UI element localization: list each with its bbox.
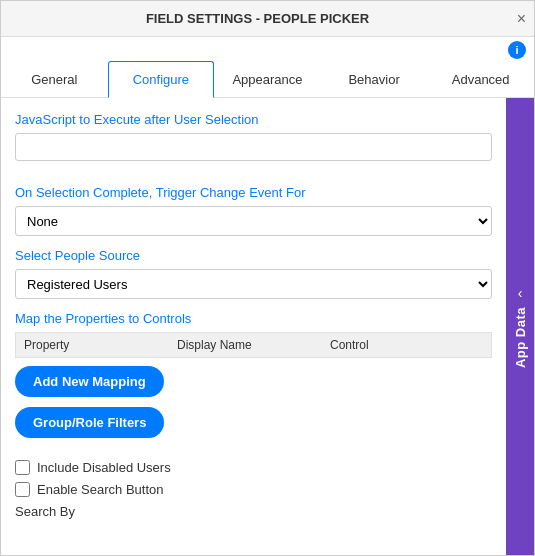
map-table-header: Property Display Name Control: [15, 332, 492, 358]
search-by-label: Search By: [15, 504, 492, 519]
map-section: Map the Properties to Controls Property …: [15, 311, 492, 448]
app-data-label: App Data: [513, 307, 528, 368]
include-disabled-label[interactable]: Include Disabled Users: [37, 460, 171, 475]
source-section: Select People Source Registered Users: [15, 248, 492, 299]
main-content: JavaScript to Execute after User Selecti…: [1, 98, 506, 555]
add-mapping-button[interactable]: Add New Mapping: [15, 366, 164, 397]
title-bar: FIELD SETTINGS - PEOPLE PICKER ×: [1, 1, 534, 37]
dialog: FIELD SETTINGS - PEOPLE PICKER × i Gener…: [0, 0, 535, 556]
enable-search-label[interactable]: Enable Search Button: [37, 482, 163, 497]
tab-advanced[interactable]: Advanced: [427, 61, 534, 97]
source-select[interactable]: Registered Users: [15, 269, 492, 299]
map-label: Map the Properties to Controls: [15, 311, 492, 326]
include-disabled-checkbox[interactable]: [15, 460, 30, 475]
js-input[interactable]: [15, 133, 492, 161]
tab-behavior[interactable]: Behavior: [321, 61, 428, 97]
col-property: Property: [24, 338, 177, 352]
enable-search-row: Enable Search Button: [15, 482, 492, 497]
col-control: Control: [330, 338, 483, 352]
dialog-title: FIELD SETTINGS - PEOPLE PICKER: [146, 11, 369, 26]
chevron-left-icon: ‹: [518, 285, 523, 301]
tab-general[interactable]: General: [1, 61, 108, 97]
tab-appearance[interactable]: Appearance: [214, 61, 321, 97]
trigger-label: On Selection Complete, Trigger Change Ev…: [15, 185, 492, 200]
js-section: JavaScript to Execute after User Selecti…: [15, 112, 492, 173]
info-row: i: [1, 37, 534, 61]
content-area: JavaScript to Execute after User Selecti…: [1, 98, 534, 555]
app-data-panel[interactable]: ‹ App Data: [506, 98, 534, 555]
close-button[interactable]: ×: [517, 11, 526, 27]
js-section-label: JavaScript to Execute after User Selecti…: [15, 112, 492, 127]
tabs-bar: General Configure Appearance Behavior Ad…: [1, 61, 534, 98]
include-disabled-row: Include Disabled Users: [15, 460, 492, 475]
source-label: Select People Source: [15, 248, 492, 263]
info-icon[interactable]: i: [508, 41, 526, 59]
group-role-filters-button[interactable]: Group/Role Filters: [15, 407, 164, 438]
trigger-select[interactable]: None: [15, 206, 492, 236]
trigger-section: On Selection Complete, Trigger Change Ev…: [15, 185, 492, 236]
tab-configure[interactable]: Configure: [108, 61, 215, 98]
enable-search-checkbox[interactable]: [15, 482, 30, 497]
col-display-name: Display Name: [177, 338, 330, 352]
